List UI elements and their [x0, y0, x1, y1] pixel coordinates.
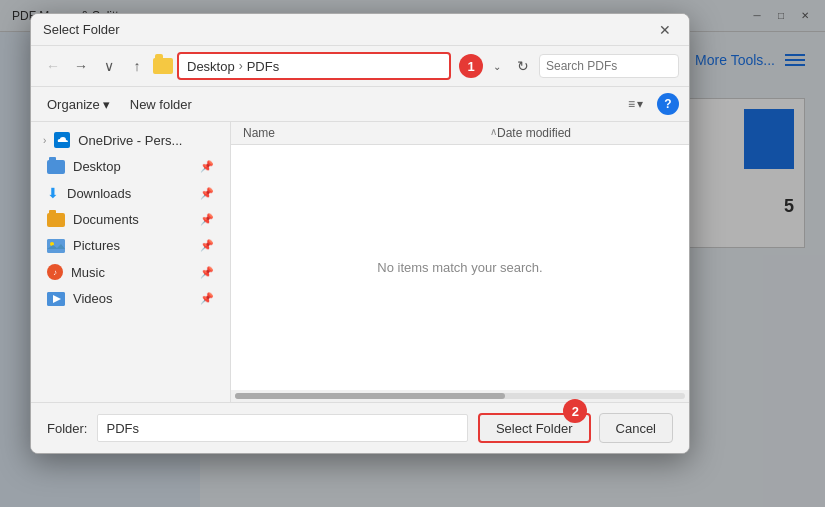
- path-pdfs: PDFs: [247, 59, 280, 74]
- folder-icon: [153, 58, 173, 74]
- scrollbar-area: [231, 390, 689, 402]
- path-desktop: Desktop: [187, 59, 235, 74]
- forward-arrow-icon: →: [74, 58, 88, 74]
- pictures-label: Pictures: [73, 238, 120, 253]
- badge-1: 1: [459, 54, 483, 78]
- new-folder-button[interactable]: New folder: [124, 95, 198, 114]
- folder-input[interactable]: [97, 414, 467, 442]
- address-path[interactable]: Desktop › PDFs: [177, 52, 451, 80]
- dialog-close-button[interactable]: ✕: [653, 18, 677, 42]
- sidebar-item-music[interactable]: ♪ Music 📌: [35, 259, 226, 285]
- documents-label: Documents: [73, 212, 139, 227]
- pin-icon-downloads: 📌: [200, 187, 214, 200]
- view-button[interactable]: ≡ ▾: [622, 95, 649, 113]
- onedrive-label: OneDrive - Pers...: [78, 133, 182, 148]
- up-button[interactable]: ↑: [125, 54, 149, 78]
- modal-overlay: Select Folder ✕ ← → ∨ ↑ Desktop › PDFs: [0, 0, 825, 507]
- column-headers: Name ∧ Date modified: [231, 122, 689, 145]
- search-input[interactable]: [546, 59, 690, 73]
- sidebar-item-downloads[interactable]: ⬇ Downloads 📌: [35, 180, 226, 206]
- download-icon: ⬇: [47, 185, 59, 201]
- address-bar: ← → ∨ ↑ Desktop › PDFs 1 ⌄: [31, 46, 689, 87]
- folder-label: Folder:: [47, 421, 87, 436]
- onedrive-icon: [54, 132, 70, 148]
- sort-arrow-icon: ∧: [490, 126, 497, 140]
- back-button[interactable]: ←: [41, 54, 65, 78]
- column-date: Date modified: [497, 126, 677, 140]
- organize-label: Organize: [47, 97, 100, 112]
- pin-icon-pictures: 📌: [200, 239, 214, 252]
- pin-icon-music: 📌: [200, 266, 214, 279]
- scrollbar-thumb[interactable]: [235, 393, 505, 399]
- footer-buttons: 2 Select Folder Cancel: [478, 413, 673, 443]
- view-dropdown-icon: ▾: [637, 97, 643, 111]
- pin-icon: 📌: [200, 160, 214, 173]
- search-box[interactable]: 🔍: [539, 54, 679, 78]
- dialog-content: Name ∧ Date modified No items match your…: [231, 122, 689, 402]
- expand-arrow-icon: ›: [43, 135, 46, 146]
- column-name: Name: [243, 126, 490, 140]
- address-bar-right: ⌄ ↻: [487, 54, 535, 78]
- music-label: Music: [71, 265, 105, 280]
- organize-dropdown-icon: ▾: [103, 97, 110, 112]
- view-icon: ≡: [628, 97, 635, 111]
- scrollbar-track[interactable]: [235, 393, 685, 399]
- back-arrow-icon: ←: [46, 58, 60, 74]
- toolbar: Organize ▾ New folder ≡ ▾ ?: [31, 87, 689, 122]
- dialog-footer: Folder: 2 Select Folder Cancel: [31, 402, 689, 453]
- pin-icon-videos: 📌: [200, 292, 214, 305]
- badge-2: 2: [563, 399, 587, 423]
- sidebar-item-pictures[interactable]: Pictures 📌: [35, 233, 226, 258]
- up-arrow-icon: ↑: [134, 58, 141, 74]
- select-folder-dialog: Select Folder ✕ ← → ∨ ↑ Desktop › PDFs: [30, 13, 690, 454]
- pin-icon-documents: 📌: [200, 213, 214, 226]
- dialog-title: Select Folder: [43, 22, 653, 37]
- dialog-body: › OneDrive - Pers... Desktop 📌: [31, 122, 689, 402]
- dialog-sidebar: › OneDrive - Pers... Desktop 📌: [31, 122, 231, 402]
- desktop-label: Desktop: [73, 159, 121, 174]
- chevron-down-icon: ⌄: [493, 61, 501, 72]
- address-dropdown-button[interactable]: ⌄: [487, 54, 507, 78]
- organize-button[interactable]: Organize ▾: [41, 95, 116, 114]
- dropdown-recent-button[interactable]: ∨: [97, 54, 121, 78]
- dropdown-arrow-icon: ∨: [104, 58, 114, 74]
- sidebar-item-videos[interactable]: Videos 📌: [35, 286, 226, 311]
- refresh-button[interactable]: ↻: [511, 54, 535, 78]
- videos-label: Videos: [73, 291, 113, 306]
- content-area: No items match your search.: [231, 145, 689, 390]
- sidebar-item-onedrive[interactable]: › OneDrive - Pers...: [35, 127, 226, 153]
- empty-message: No items match your search.: [377, 260, 542, 275]
- refresh-icon: ↻: [517, 58, 529, 74]
- pictures-icon: [47, 239, 65, 253]
- help-button[interactable]: ?: [657, 93, 679, 115]
- sidebar-item-documents[interactable]: Documents 📌: [35, 207, 226, 232]
- desktop-folder-icon: [47, 160, 65, 174]
- forward-button[interactable]: →: [69, 54, 93, 78]
- videos-icon: [47, 292, 65, 306]
- music-icon: ♪: [47, 264, 63, 280]
- path-separator-1: ›: [239, 59, 243, 73]
- downloads-label: Downloads: [67, 186, 131, 201]
- documents-folder-icon: [47, 213, 65, 227]
- cancel-button[interactable]: Cancel: [599, 413, 673, 443]
- dialog-titlebar: Select Folder ✕: [31, 14, 689, 46]
- sidebar-item-desktop[interactable]: Desktop 📌: [35, 154, 226, 179]
